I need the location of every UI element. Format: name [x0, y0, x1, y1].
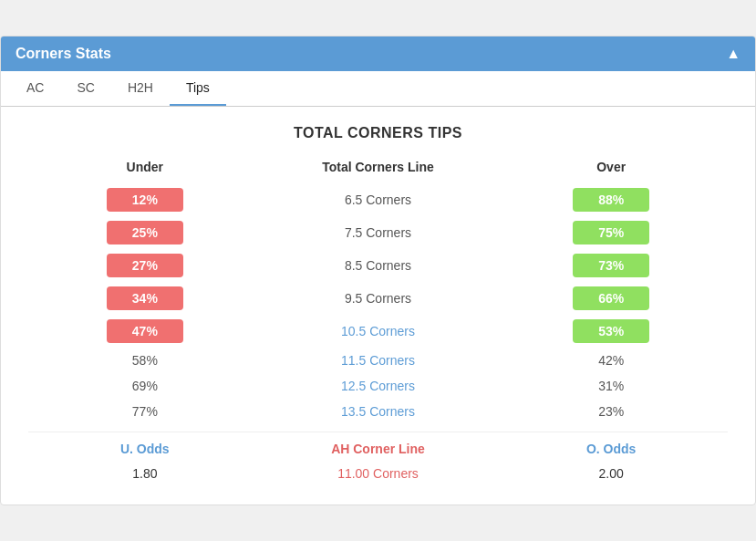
footer-ah-corner-line: 11.00 Corners [262, 466, 495, 481]
widget-title: Corners Stats [16, 46, 111, 62]
over-badge-1: 75% [573, 221, 649, 244]
line-2: 8.5 Corners [345, 258, 411, 273]
tab-sc[interactable]: SC [60, 71, 110, 106]
footer-under-odds: 1.80 [28, 466, 262, 481]
col-line-header: Total Corners Line [262, 160, 495, 174]
under-plain-5: 58% [132, 353, 158, 368]
table-row: 58% 11.5 Corners 42% [28, 348, 728, 373]
over-badge-3: 66% [573, 286, 649, 310]
over-badge-4: 53% [573, 319, 649, 343]
table-header: Under Total Corners Line Over [28, 160, 728, 174]
under-plain-7: 77% [132, 404, 158, 419]
table-row: 25% 7.5 Corners 75% [28, 216, 728, 249]
tabs-container: AC SC H2H Tips [1, 71, 755, 107]
table-row: 34% 9.5 Corners 66% [28, 282, 728, 315]
line-6[interactable]: 12.5 Corners [341, 379, 415, 393]
col-over-header: Over [494, 160, 728, 174]
line-1: 7.5 Corners [345, 225, 411, 240]
over-badge-2: 73% [573, 254, 649, 277]
widget-container: Corners Stats ▲ AC SC H2H Tips TOTAL COR… [0, 36, 756, 505]
tab-h2h[interactable]: H2H [111, 71, 170, 106]
under-badge-3: 34% [107, 286, 183, 310]
over-badge-0: 88% [573, 188, 649, 212]
table-row: 12% 6.5 Corners 88% [28, 183, 728, 216]
under-badge-2: 27% [107, 254, 183, 277]
table-row: 27% 8.5 Corners 73% [28, 249, 728, 282]
widget-header: Corners Stats ▲ [1, 36, 755, 71]
table-row: 69% 12.5 Corners 31% [28, 373, 728, 399]
section-title: TOTAL CORNERS TIPS [28, 125, 728, 141]
table-row: 47% 10.5 Corners 53% [28, 315, 728, 348]
line-3: 9.5 Corners [345, 291, 411, 306]
footer-label-ah: AH Corner Line [262, 442, 495, 456]
under-badge-4: 47% [107, 319, 183, 343]
footer-labels-row: U. Odds AH Corner Line O. Odds [28, 432, 728, 461]
table-row: 77% 13.5 Corners 23% [28, 399, 728, 424]
over-plain-6: 31% [598, 379, 624, 393]
under-badge-0: 12% [107, 188, 183, 212]
footer-over-odds: 2.00 [494, 466, 728, 481]
footer-label-over: O. Odds [494, 442, 728, 456]
over-plain-5: 42% [598, 353, 624, 368]
line-5[interactable]: 11.5 Corners [341, 353, 415, 368]
chevron-up-icon[interactable]: ▲ [726, 46, 740, 62]
line-7[interactable]: 13.5 Corners [341, 404, 415, 419]
tab-ac[interactable]: AC [10, 71, 60, 106]
content-area: TOTAL CORNERS TIPS Under Total Corners L… [1, 107, 755, 505]
footer-label-under: U. Odds [28, 442, 262, 456]
line-4[interactable]: 10.5 Corners [341, 324, 415, 338]
under-badge-1: 25% [107, 221, 183, 244]
tab-tips[interactable]: Tips [170, 71, 226, 106]
footer-values-row: 1.80 11.00 Corners 2.00 [28, 461, 728, 486]
line-0: 6.5 Corners [345, 192, 411, 207]
over-plain-7: 23% [598, 404, 624, 419]
col-under-header: Under [28, 160, 262, 174]
under-plain-6: 69% [132, 379, 158, 393]
